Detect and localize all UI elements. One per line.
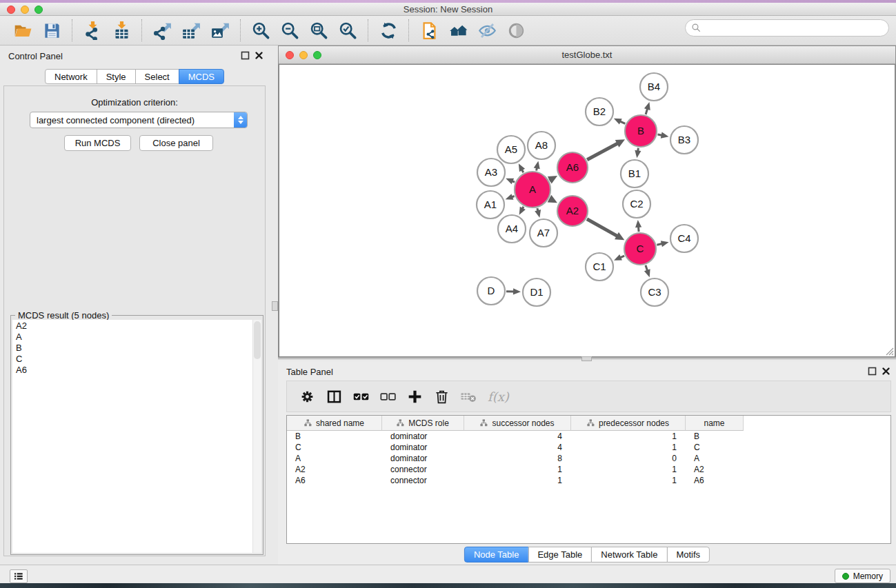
save-icon[interactable]: [41, 20, 62, 41]
column-header-successor-nodes[interactable]: successor nodes: [464, 416, 571, 431]
delete-columns-icon[interactable]: [432, 387, 450, 405]
resize-grip-icon[interactable]: [884, 346, 894, 356]
mcds-result-item[interactable]: A6: [12, 364, 261, 375]
table-settings-gear-icon[interactable]: [298, 387, 316, 405]
column-header-predecessor-nodes[interactable]: predecessor nodes: [571, 416, 686, 431]
tab-mcds[interactable]: MCDS: [179, 69, 224, 84]
float-icon[interactable]: [241, 51, 250, 60]
node-label: A4: [506, 223, 518, 234]
node-label: B: [637, 125, 644, 136]
export-table-icon[interactable]: [181, 20, 201, 41]
scrollbar[interactable]: [252, 320, 261, 553]
arrowhead-icon: [635, 150, 641, 159]
table-cell: 1: [571, 475, 686, 486]
table-cell: A6: [287, 475, 382, 486]
close-icon[interactable]: [882, 367, 890, 376]
criterion-dropdown[interactable]: largest connected component (directed): [30, 112, 248, 128]
hide-graphics-details-icon[interactable]: [477, 20, 497, 41]
select-all-rows-icon[interactable]: [352, 387, 370, 405]
network-graph[interactable]: B4B2BB3A5A8A6A3B1AA1C2A2A4A7C4CC1C3DD1: [279, 64, 895, 357]
zoom-fit-icon[interactable]: [308, 20, 329, 41]
node-label: A3: [485, 166, 497, 178]
horizontal-split-handle[interactable]: [581, 356, 592, 361]
toolbar-separator: [240, 19, 241, 41]
search-box[interactable]: [685, 19, 889, 37]
node-label: B3: [678, 134, 690, 145]
panel-selector-button[interactable]: [10, 569, 28, 583]
close-panel-button[interactable]: Close panel: [139, 135, 213, 151]
column-header-MCDS-role[interactable]: MCDS role: [382, 416, 464, 431]
tree-sort-icon: [480, 419, 488, 427]
export-image-icon[interactable]: [210, 20, 230, 41]
search-input[interactable]: [705, 23, 888, 33]
add-column-icon[interactable]: [406, 387, 424, 405]
table-row[interactable]: A2connector11A2: [287, 464, 890, 475]
mcds-panel: Optimization criterion: largest connecte…: [3, 85, 266, 556]
vertical-split-handle[interactable]: [272, 301, 278, 311]
new-network-from-selection-icon[interactable]: [419, 20, 439, 41]
arrowhead-icon: [661, 241, 669, 247]
import-network-icon[interactable]: [82, 20, 103, 41]
table-cell: 8: [464, 453, 571, 464]
column-header-shared-name[interactable]: shared name: [287, 416, 382, 431]
zoom-in-icon[interactable]: [250, 20, 271, 41]
dropdown-stepper-icon: [234, 112, 247, 128]
mcds-result-item[interactable]: C: [12, 353, 261, 364]
edge-A2-C[interactable]: [587, 219, 618, 236]
show-all-networks-icon[interactable]: [448, 20, 468, 41]
node-label: C: [637, 243, 644, 254]
main-titlebar: Session: New Session: [0, 3, 896, 16]
mcds-result-list[interactable]: A2ABCA6: [12, 320, 261, 553]
column-visibility-icon[interactable]: [325, 387, 343, 405]
deselect-all-rows-icon[interactable]: [379, 387, 397, 405]
mcds-result-item[interactable]: A: [12, 331, 261, 342]
mcds-result-title: MCDS result (5 nodes): [15, 310, 112, 321]
table-cell: connector: [382, 464, 464, 475]
zoom-selected-icon[interactable]: [337, 20, 358, 41]
memory-label: Memory: [853, 571, 883, 581]
node-label: C4: [677, 232, 690, 244]
memory-button[interactable]: Memory: [835, 569, 890, 583]
table-row[interactable]: Adominator80A: [287, 453, 890, 464]
network-window-titlebar[interactable]: testGlobe.txt: [279, 46, 895, 64]
tab-style[interactable]: Style: [97, 69, 136, 84]
tree-sort-icon: [587, 419, 595, 427]
table-cell: 1: [571, 431, 686, 442]
arrowhead-icon: [644, 102, 650, 110]
tab-motifs[interactable]: Motifs: [666, 547, 710, 562]
table-row[interactable]: A6connector11A6: [287, 475, 890, 486]
tab-node-table[interactable]: Node Table: [464, 547, 529, 562]
tab-network[interactable]: Network: [45, 69, 97, 84]
import-table-icon[interactable]: [111, 20, 132, 41]
table-row[interactable]: Cdominator41C: [287, 442, 890, 453]
run-mcds-button[interactable]: Run MCDS: [64, 135, 131, 151]
mcds-result-item[interactable]: B: [12, 342, 261, 353]
tab-network-table[interactable]: Network Table: [591, 547, 667, 562]
edge-A6-B[interactable]: [587, 143, 618, 159]
desktop-strip-bottom: [0, 583, 896, 588]
app-window: Session: New Session Control Panel Netwo…: [0, 3, 896, 583]
table-cell: A2: [287, 464, 382, 475]
node-label: C1: [593, 261, 606, 272]
tab-edge-table[interactable]: Edge Table: [528, 547, 592, 562]
table-row[interactable]: Bdominator41B: [287, 431, 890, 442]
open-folder-icon[interactable]: [12, 20, 33, 41]
column-header-name[interactable]: name: [686, 416, 744, 431]
criterion-label: Optimization criterion:: [4, 97, 265, 108]
refresh-network-icon[interactable]: [378, 20, 399, 41]
show-graphics-details-icon[interactable]: [506, 20, 526, 41]
table-cell: 4: [464, 442, 571, 453]
tab-select[interactable]: Select: [135, 69, 179, 84]
zoom-out-icon[interactable]: [279, 20, 300, 41]
function-builder-icon: f(x): [488, 389, 509, 404]
close-icon[interactable]: [255, 51, 263, 60]
export-network-icon[interactable]: [152, 20, 172, 41]
node-label: A2: [566, 205, 579, 216]
mcds-result-item[interactable]: A2: [12, 320, 261, 331]
table-cell: dominator: [382, 442, 464, 453]
control-panel-title: Control Panel: [8, 51, 63, 61]
network-canvas[interactable]: B4B2BB3A5A8A6A3B1AA1C2A2A4A7C4CC1C3DD1: [279, 64, 895, 357]
table-cell: 1: [464, 475, 571, 486]
node-label: D1: [530, 286, 543, 298]
float-icon[interactable]: [868, 367, 877, 376]
